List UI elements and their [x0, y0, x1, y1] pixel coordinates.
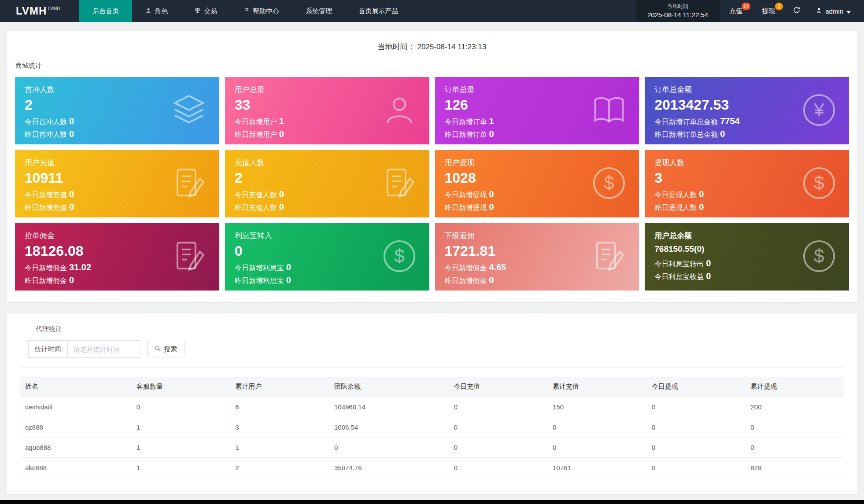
- card-line-label: 昨日新增用户: [235, 131, 277, 138]
- cell-name: qz888: [20, 417, 131, 438]
- stat-time-label: 统计时间: [28, 340, 67, 358]
- stat-card-interest-transfer-in: 利息宝转入 0 今日新增利息宝0 昨日新增利息宝0 $: [225, 223, 429, 291]
- card-line-value: 0: [720, 129, 725, 139]
- panel-local-time: 当地时间： 2025-08-14 11:23:13: [7, 31, 857, 52]
- card-line-value: 4.65: [489, 262, 506, 272]
- card-line-label: 今日利息宝转出: [654, 260, 704, 268]
- card-line-label: 今日新增订单总金额: [654, 118, 718, 125]
- card-line-label: 今日新增提现: [445, 191, 487, 199]
- card-line-label: 今日新增佣金: [445, 264, 487, 272]
- nav-item-dashboard[interactable]: 后台首页: [79, 0, 132, 22]
- cell: 35074.76: [329, 458, 448, 478]
- stat-card-total-users: 用户总量 33 今日新增用户1 昨日新增用户0: [225, 77, 429, 144]
- table-row: ake888 1 2 35074.76 0 10761 0 828: [20, 458, 844, 478]
- stat-time-input[interactable]: [67, 340, 140, 358]
- card-line-value: 0: [489, 202, 494, 212]
- layers-icon: [170, 91, 208, 131]
- agent-stats-panel: 代理统计 统计时间 搜索 姓名 客服数量 累计用户 团队余额 今日充值 累计充值…: [7, 313, 857, 494]
- cell-name: ake888: [20, 458, 131, 478]
- user-icon: [381, 92, 418, 130]
- card-line-label: 昨日新增佣金: [445, 277, 487, 284]
- cell: 1: [131, 458, 230, 478]
- nav-item-homepage-products[interactable]: 首页展示产品: [345, 0, 411, 22]
- yen-circle-icon: ¥: [801, 92, 838, 130]
- card-line-value: 0: [69, 189, 74, 199]
- edit-doc-icon: [382, 165, 418, 203]
- card-line-label: 昨日新增利息宝: [235, 277, 284, 284]
- card-line-label: 今日新增充值: [25, 191, 67, 199]
- card-line-value: 0: [279, 129, 284, 139]
- cell: 0: [646, 397, 746, 417]
- cell: 828: [745, 458, 844, 478]
- book-icon: [591, 92, 628, 130]
- card-line-label: 今日新增用户: [235, 118, 277, 125]
- svg-text:¥: ¥: [813, 99, 824, 120]
- col-header-today-recharge: 今日充值: [448, 377, 547, 397]
- withdraw-badge: 2: [775, 3, 783, 10]
- stat-card-order-commission: 抢单佣金 18126.08 今日新增佣金31.02 昨日新增佣金0: [15, 223, 219, 291]
- col-header-today-withdraw: 今日提现: [646, 377, 746, 397]
- nav-item-label: 后台首页: [92, 7, 119, 15]
- search-button-label: 搜索: [164, 345, 177, 353]
- svg-text:$: $: [394, 246, 404, 266]
- stats-panel: 当地时间： 2025-08-14 11:23:13 商城统计 首冲人数 2 今日…: [7, 31, 857, 302]
- card-line-label: 今日新增佣金: [25, 264, 67, 272]
- local-time-value: 2025-08-14 11:22:54: [647, 10, 708, 20]
- withdraw-link[interactable]: 提现 2: [752, 0, 785, 22]
- stat-card-withdraw-users: 提现人数 3 今日提现人数0 昨日提现人数0 $: [645, 150, 849, 217]
- cell: 0: [745, 417, 844, 438]
- card-line-value: 0: [699, 189, 704, 199]
- scales-icon: [194, 7, 201, 15]
- col-header-service-count: 客服数量: [131, 377, 230, 397]
- user-menu[interactable]: admin: [809, 0, 864, 22]
- nav-item-label: 首页展示产品: [358, 7, 398, 15]
- card-line-value: 0: [69, 275, 74, 285]
- nav-item-help-center[interactable]: 帮助中心: [230, 0, 292, 22]
- card-line-value: 0: [286, 275, 291, 285]
- card-line-label: 今日新增利息宝: [235, 264, 284, 272]
- main-nav: 后台首页 角色 交易 帮助中心 系统管理 首页展示产品: [79, 0, 411, 22]
- logo-text: LVMH: [16, 5, 47, 17]
- cell: 150: [547, 397, 646, 417]
- col-header-total-users: 累计用户: [230, 377, 329, 397]
- card-line-value: 1: [489, 116, 494, 126]
- nav-item-trade[interactable]: 交易: [181, 0, 230, 22]
- card-line-value: 0: [489, 189, 494, 199]
- search-button[interactable]: 搜索: [147, 341, 185, 357]
- stat-card-total-orders: 订单总量 126 今日新增订单1 昨日新增订单0: [435, 77, 639, 144]
- refresh-icon: [793, 6, 801, 16]
- card-line-label: 今日充值人数: [235, 191, 277, 199]
- nav-item-roles[interactable]: 角色: [132, 0, 181, 22]
- search-icon: [155, 345, 161, 353]
- card-line-value: 0: [489, 275, 494, 285]
- edit-doc-icon: [172, 165, 208, 203]
- chevron-down-icon: [846, 7, 851, 15]
- cell: 0: [646, 438, 746, 458]
- dollar-circle-icon: $: [591, 165, 628, 203]
- card-line-value: 0: [279, 202, 284, 212]
- card-line-value: 0: [489, 129, 494, 139]
- stat-card-subordinate-rebate: 下级返佣 1721.81 今日新增佣金4.65 昨日新增佣金0: [435, 223, 639, 291]
- card-line-value: 0: [286, 262, 291, 272]
- table-header-row: 姓名 客服数量 累计用户 团队余额 今日充值 累计充值 今日提现 累计提现: [20, 377, 844, 397]
- recharge-link[interactable]: 充值 14: [720, 0, 752, 22]
- card-line-label: 昨日充值人数: [235, 204, 277, 211]
- stat-card-total-user-balance: 用户总余额 768150.55(0) 今日利息宝转出0 今日利息宝收益0 $: [645, 223, 849, 291]
- edit-doc-icon: [591, 238, 628, 276]
- stat-card-user-withdraw: 用户提现 1028 今日新增提现0 昨日新增提现0 $: [435, 150, 639, 217]
- cell: 10761: [547, 458, 646, 478]
- refresh-button[interactable]: [785, 0, 809, 22]
- card-line-label: 昨日新增订单总金额: [654, 131, 718, 138]
- card-line-value: 0: [699, 202, 704, 212]
- card-line-value: 0: [69, 116, 74, 126]
- filter-row: 统计时间 搜索: [28, 340, 836, 358]
- col-header-total-recharge: 累计充值: [547, 377, 646, 397]
- local-time-label: 当地时间: [667, 2, 688, 10]
- cell: 0: [745, 438, 844, 458]
- card-line-value: 0: [706, 258, 711, 268]
- agent-stats-fieldset: 代理统计 统计时间 搜索: [20, 325, 844, 368]
- username: admin: [825, 7, 843, 15]
- nav-item-system-admin[interactable]: 系统管理: [292, 0, 345, 22]
- table-row: ceshidaili 0 6 104968.14 0 150 0 200: [20, 397, 844, 417]
- nav-item-label: 帮助中心: [253, 7, 279, 15]
